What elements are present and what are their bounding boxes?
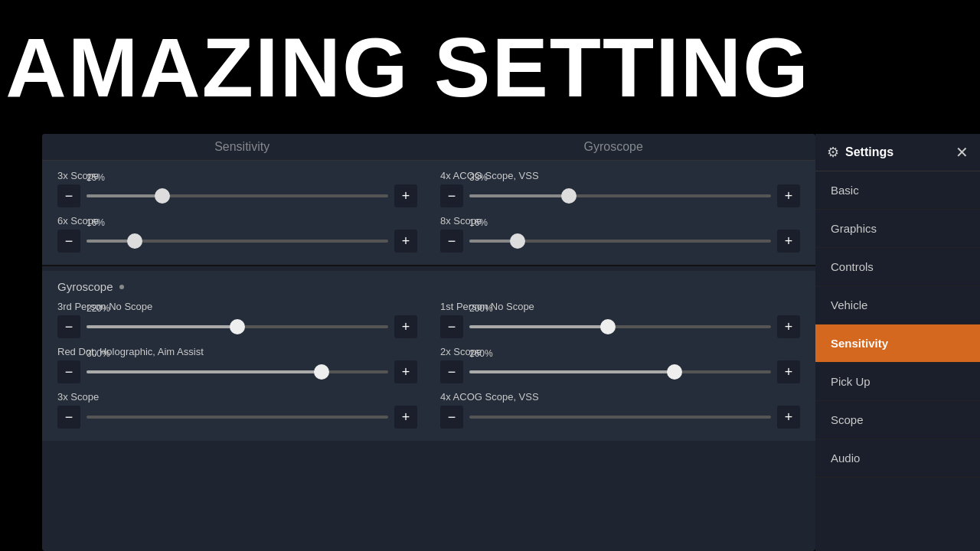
slider-row-2x: 2x Scope − 260% + — [440, 346, 800, 383]
track-3x — [87, 194, 388, 197]
menu-item-basic[interactable]: Basic — [815, 171, 980, 210]
slider-row-4x-acog: 4x ACOG Scope, VSS − 33% + — [440, 170, 800, 207]
slider-wrapper-4x-acog-gyro[interactable] — [469, 406, 771, 429]
menu-item-graphics[interactable]: Graphics — [815, 210, 980, 248]
slider-wrapper-8x[interactable]: 16% — [469, 230, 771, 253]
gyroscope-section: Gyroscope 3rd Person No Scope − 220% + — [42, 271, 815, 441]
plus-btn-red-dot[interactable]: + — [394, 360, 417, 383]
fill-1st-no-scope — [469, 325, 608, 328]
minus-btn-3rd-no-scope[interactable]: − — [57, 315, 80, 338]
minus-btn-1st-no-scope[interactable]: − — [440, 315, 463, 338]
value-3rd-no-scope: 220% — [87, 303, 110, 314]
scope-sliders-grid: 3x Scope − 25% + 4x ACOG Scope, VSS — [57, 170, 800, 253]
slider-wrapper-3x[interactable]: 25% — [87, 184, 388, 207]
plus-btn-8x[interactable]: + — [777, 230, 800, 253]
slider-control-6x: − 16% + — [57, 230, 417, 253]
thumb-6x[interactable] — [127, 233, 142, 249]
plus-btn-3rd-no-scope[interactable]: + — [394, 315, 417, 338]
label-3rd-no-scope: 3rd Person No Scope — [57, 301, 417, 312]
label-2x-scope: 2x Scope — [440, 346, 800, 357]
value-1st-no-scope: 200% — [469, 303, 493, 314]
label-1st-no-scope: 1st Person No Scope — [440, 301, 800, 312]
slider-row-6x: 6x Scope − 16% + — [57, 215, 417, 253]
menu-item-vehicle[interactable]: Vehicle — [815, 286, 980, 324]
slider-wrapper-1st-no-scope[interactable]: 200% — [469, 315, 771, 338]
value-6x: 16% — [87, 217, 105, 228]
track-4x-acog — [469, 194, 771, 197]
value-8x: 16% — [469, 217, 488, 228]
minus-btn-6x[interactable]: − — [57, 230, 80, 253]
settings-panel: Sensitivity Gyroscope 3x Scope − 25% + — [42, 134, 815, 551]
value-2x: 260% — [469, 348, 493, 359]
label-3x-gyro: 3x Scope — [57, 391, 417, 403]
value-3x: 25% — [87, 172, 105, 183]
slider-control-4x-acog: − 33% + — [440, 184, 800, 207]
track-6x — [87, 240, 388, 243]
plus-btn-3x[interactable]: + — [394, 184, 417, 207]
slider-control-3x-gyro: − + — [57, 406, 417, 429]
plus-btn-3x-gyro[interactable]: + — [394, 406, 417, 429]
fill-3x — [87, 194, 162, 197]
menu-item-pickup[interactable]: Pick Up — [815, 363, 980, 401]
minus-btn-3x-gyro[interactable]: − — [57, 406, 80, 429]
plus-btn-6x[interactable]: + — [394, 230, 417, 253]
label-6x-scope: 6x Scope — [57, 215, 417, 227]
thumb-2x[interactable] — [667, 364, 682, 380]
thumb-3x[interactable] — [155, 188, 170, 204]
slider-wrapper-3rd-no-scope[interactable]: 220% — [87, 315, 388, 338]
fill-red-dot — [87, 370, 322, 373]
sidebar-menu: Basic Graphics Controls Vehicle Sensitiv… — [815, 171, 980, 551]
sidebar-header: ⚙ Settings ✕ — [815, 134, 980, 171]
slider-row-3x: 3x Scope − 25% + — [57, 170, 417, 207]
fill-4x-acog — [469, 194, 569, 197]
slider-control-8x: − 16% + — [440, 230, 800, 253]
gyro-sliders-grid: 3rd Person No Scope − 220% + 1st Person … — [57, 301, 800, 429]
slider-control-3x: − 25% + — [57, 184, 417, 207]
close-button[interactable]: ✕ — [956, 143, 969, 161]
title-overlay: AMAZING SETTING — [0, 0, 815, 134]
scope-section: 3x Scope − 25% + 4x ACOG Scope, VSS — [42, 161, 815, 266]
label-8x-scope: 8x Scope — [440, 215, 800, 227]
slider-wrapper-3x-gyro[interactable] — [87, 406, 388, 429]
slider-control-1st-no-scope: − 200% + — [440, 315, 800, 338]
minus-btn-4x-acog-gyro[interactable]: − — [440, 406, 463, 429]
plus-btn-4x-acog[interactable]: + — [777, 184, 800, 207]
thumb-8x[interactable] — [510, 233, 525, 249]
minus-btn-8x[interactable]: − — [440, 230, 463, 253]
track-3rd-no-scope — [87, 325, 388, 328]
label-4x-acog-gyro: 4x ACOG Scope, VSS — [440, 391, 800, 403]
partial-header-left: Sensitivity — [214, 140, 270, 154]
slider-control-3rd-no-scope: − 220% + — [57, 315, 417, 338]
slider-control-2x: − 260% + — [440, 360, 800, 383]
slider-wrapper-4x-acog[interactable]: 33% — [469, 184, 771, 207]
track-3x-gyro — [87, 416, 388, 419]
track-1st-no-scope — [469, 325, 771, 328]
thumb-red-dot[interactable] — [314, 364, 329, 380]
slider-wrapper-2x[interactable]: 260% — [469, 360, 771, 383]
thumb-1st-no-scope[interactable] — [600, 319, 616, 334]
slider-row-red-dot: Red Dot, Holographic, Aim Assist − 300% … — [57, 346, 417, 383]
track-4x-acog-gyro — [469, 416, 771, 419]
menu-item-sensitivity[interactable]: Sensitivity — [815, 324, 980, 363]
slider-control-red-dot: − 300% + — [57, 360, 417, 383]
sidebar: ⚙ Settings ✕ Basic Graphics Controls Veh… — [815, 134, 980, 551]
minus-btn-3x[interactable]: − — [57, 184, 80, 207]
menu-item-scope[interactable]: Scope — [815, 401, 980, 439]
minus-btn-red-dot[interactable]: − — [57, 360, 80, 383]
slider-wrapper-6x[interactable]: 16% — [87, 230, 388, 253]
menu-item-audio[interactable]: Audio — [815, 439, 980, 478]
plus-btn-2x[interactable]: + — [777, 360, 800, 383]
slider-wrapper-red-dot[interactable]: 300% — [87, 360, 388, 383]
plus-btn-4x-acog-gyro[interactable]: + — [777, 406, 800, 429]
menu-item-controls[interactable]: Controls — [815, 248, 980, 286]
minus-btn-2x[interactable]: − — [440, 360, 463, 383]
main-title: AMAZING SETTING — [5, 18, 810, 116]
plus-btn-1st-no-scope[interactable]: + — [777, 315, 800, 338]
label-3x-scope: 3x Scope — [57, 170, 417, 181]
thumb-3rd-no-scope[interactable] — [230, 319, 245, 334]
value-4x-acog: 33% — [469, 172, 488, 183]
fill-3rd-no-scope — [87, 325, 237, 328]
thumb-4x-acog[interactable] — [561, 188, 577, 204]
track-2x — [469, 370, 771, 373]
minus-btn-4x-acog[interactable]: − — [440, 184, 463, 207]
